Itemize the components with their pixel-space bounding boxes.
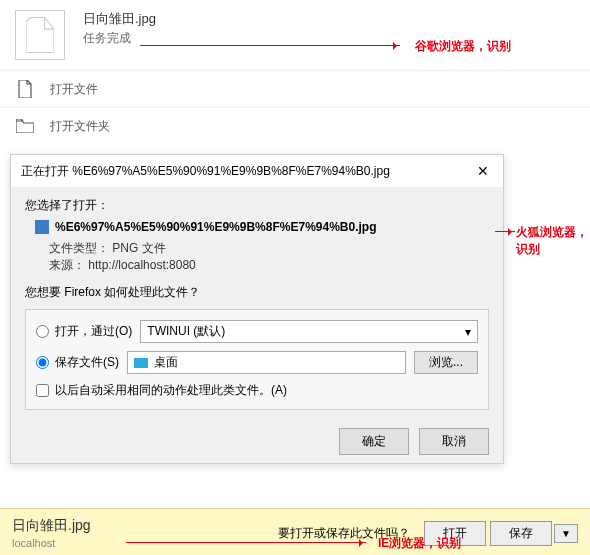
ie-save-button[interactable]: 保存 (490, 521, 552, 546)
file-thumbnail (15, 10, 65, 60)
cancel-button[interactable]: 取消 (419, 428, 489, 455)
filetype-label: 文件类型： (49, 241, 109, 255)
open-file-label: 打开文件 (50, 81, 98, 98)
save-target: 桌面 (127, 351, 406, 374)
desktop-icon (134, 358, 148, 368)
browse-button[interactable]: 浏览... (414, 351, 478, 374)
folder-icon (15, 116, 35, 136)
filetype-row: 文件类型： PNG 文件 (49, 240, 489, 257)
dialog-buttons: 确定 取消 (11, 420, 503, 463)
open-prompt: 您选择了打开： (25, 197, 489, 214)
filetype-value: PNG 文件 (112, 241, 165, 255)
open-folder-label: 打开文件夹 (50, 118, 110, 135)
source-row: 来源： http://localhost:8080 (49, 257, 489, 274)
arrow-ie (126, 542, 366, 543)
annotation-firefox: 火狐浏览器，识别 (516, 224, 590, 258)
open-with-label: 打开，通过(O) (55, 323, 132, 340)
annotation-chrome: 谷歌浏览器，识别 (415, 38, 511, 55)
remember-label: 以后自动采用相同的动作处理此类文件。(A) (55, 382, 287, 399)
save-target-label: 桌面 (154, 354, 178, 371)
download-info: 日向雏田.jpg 任务完成 (83, 10, 156, 47)
arrow-chrome (140, 45, 400, 46)
chevron-down-icon: ▾ (465, 325, 471, 339)
save-file-label: 保存文件(S) (55, 354, 119, 371)
file-icon (15, 79, 35, 99)
download-filename: 日向雏田.jpg (83, 10, 156, 28)
arrow-firefox (495, 231, 515, 232)
open-with-radio[interactable] (36, 325, 49, 338)
ie-save-dropdown[interactable]: ▼ (554, 524, 578, 543)
remember-checkbox[interactable] (36, 384, 49, 397)
ie-notification-bar: 日向雏田.jpg localhost 要打开或保存此文件吗？ 打开 保存 ▼ (0, 508, 590, 555)
dialog-filename: %E6%97%A5%E5%90%91%E9%9B%8F%E7%94%B0.jpg (55, 220, 377, 234)
source-label: 来源： (49, 258, 85, 272)
image-icon (35, 220, 49, 234)
open-with-select[interactable]: TWINUI (默认) ▾ (140, 320, 478, 343)
options-group: 打开，通过(O) TWINUI (默认) ▾ 保存文件(S) 桌面 浏览... … (25, 309, 489, 410)
source-value: http://localhost:8080 (88, 258, 195, 272)
ie-source: localhost (12, 537, 278, 549)
annotation-ie: IE浏览器，识别 (378, 535, 461, 552)
ie-filename: 日向雏田.jpg (12, 517, 278, 535)
open-with-app: TWINUI (默认) (147, 323, 225, 340)
save-file-radio[interactable] (36, 356, 49, 369)
firefox-save-dialog: 正在打开 %E6%97%A5%E5%90%91%E9%9B%8F%E7%94%B… (10, 154, 504, 464)
dialog-titlebar: 正在打开 %E6%97%A5%E5%90%91%E9%9B%8F%E7%94%B… (11, 155, 503, 187)
close-button[interactable]: ✕ (473, 161, 493, 181)
handle-question: 您想要 Firefox 如何处理此文件？ (25, 284, 489, 301)
dialog-title: 正在打开 %E6%97%A5%E5%90%91%E9%9B%8F%E7%94%B… (21, 163, 390, 180)
chrome-download-panel: 日向雏田.jpg 任务完成 打开文件 打开文件夹 (0, 0, 590, 149)
open-file-action[interactable]: 打开文件 (0, 70, 590, 107)
open-folder-action[interactable]: 打开文件夹 (0, 107, 590, 144)
file-row: %E6%97%A5%E5%90%91%E9%9B%8F%E7%94%B0.jpg (35, 220, 489, 234)
ok-button[interactable]: 确定 (339, 428, 409, 455)
